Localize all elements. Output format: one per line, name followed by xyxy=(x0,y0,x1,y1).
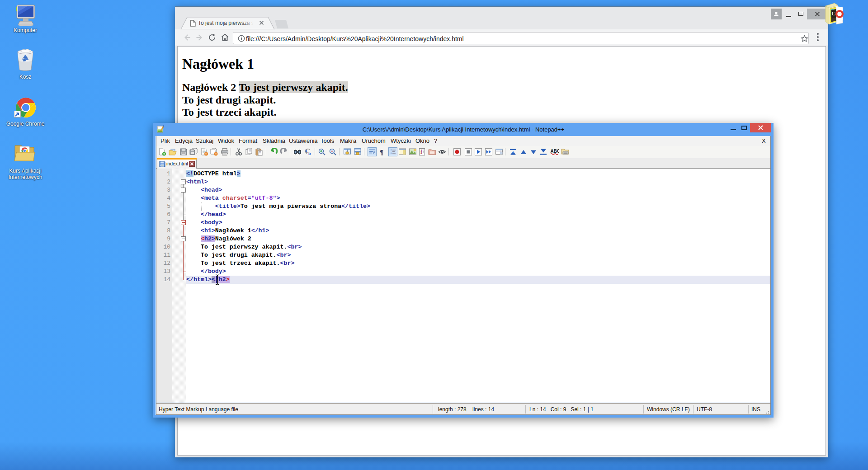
svg-text:C: C xyxy=(832,10,836,17)
svg-text:¶: ¶ xyxy=(380,149,383,156)
svg-text:ABC: ABC xyxy=(551,149,559,154)
svg-text:b: b xyxy=(308,151,311,156)
